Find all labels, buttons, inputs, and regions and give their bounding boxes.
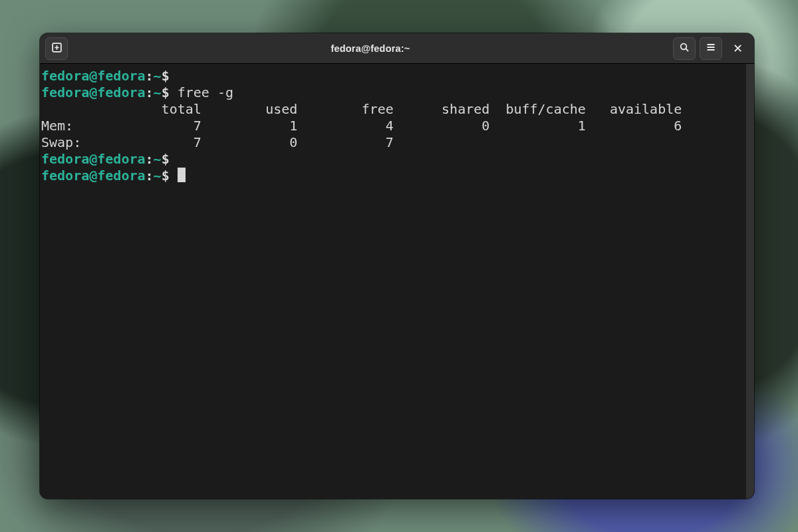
terminal-body[interactable]: fedora@fedora:~$ fedora@fedora:~$ free -… [40, 64, 754, 499]
menu-button[interactable] [700, 37, 722, 60]
new-tab-icon [51, 42, 63, 55]
svg-line-4 [686, 49, 688, 51]
terminal-window: fedora@fedora:~ ✕ fedora@fedor [40, 33, 754, 499]
titlebar[interactable]: fedora@fedora:~ ✕ [40, 33, 754, 64]
terminal-output[interactable]: fedora@fedora:~$ fedora@fedora:~$ free -… [40, 64, 746, 499]
scrollbar[interactable] [746, 64, 754, 499]
hamburger-icon [706, 42, 716, 55]
svg-point-3 [681, 44, 687, 50]
search-icon [679, 42, 690, 55]
window-title: fedora@fedora:~ [72, 43, 669, 54]
close-icon: ✕ [733, 43, 743, 55]
search-button[interactable] [673, 37, 696, 60]
close-button[interactable]: ✕ [726, 37, 749, 60]
new-tab-button[interactable] [45, 37, 68, 60]
